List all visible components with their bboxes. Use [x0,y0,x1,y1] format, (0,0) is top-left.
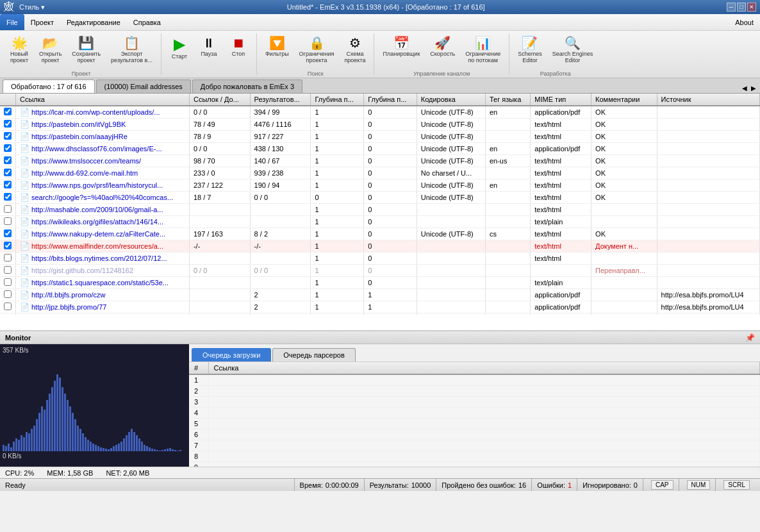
graph-bar [5,446,7,451]
menu-edit[interactable]: Редактирование [60,14,127,30]
row-links: 237 / 122 [189,179,250,192]
graph-canvas [3,355,182,451]
row-url[interactable]: 📄https://static1.squarespace.com/static/… [16,277,190,289]
col-mime[interactable]: MIME тип [531,94,591,106]
row-url[interactable]: 📄http://www.dd-692.com/e-mail.htm [16,167,190,179]
row-checkbox[interactable] [0,143,16,155]
row-url[interactable]: 📄http://tl.bbjfs.promo/czw [16,289,190,301]
menu-file[interactable]: File [0,14,24,30]
menu-help[interactable]: Справка [127,14,167,30]
table-wrapper[interactable]: Ссылка Ссылок / До... Результатов... Глу… [0,94,760,315]
tab-left-arrow[interactable]: ◀ [741,83,748,93]
row-mime: text/plain [531,216,591,228]
app-style-menu[interactable]: Стиль ▾ [19,3,45,12]
tab-right-arrow[interactable]: ▶ [750,83,757,93]
row-checkbox[interactable] [0,216,16,228]
col-comment[interactable]: Комментарии [591,94,657,106]
queue-col-url[interactable]: Ссылка [208,362,760,374]
tab-processed[interactable]: Обработано : 17 of 616 [3,79,95,93]
row-checkbox[interactable] [0,192,16,204]
stop-button[interactable]: ⏹ Стоп [224,33,252,60]
row-depth2: 1 [364,313,417,315]
schemes-editor-button[interactable]: 📝 Schemes Editor [513,33,547,67]
save-project-button[interactable]: 💾 Сохранить проект [67,33,105,67]
col-depth[interactable]: Глубина п... [311,94,364,106]
row-checkbox[interactable] [0,167,16,179]
tab-email[interactable]: (10000) Email addresses [96,79,191,93]
row-url[interactable]: 📄http://www.dhsclassof76.com/images/E-..… [16,143,190,155]
export-button[interactable]: 📋 Экспорт результатов в... [106,33,157,67]
row-url[interactable]: 📄https://pastebin.com/aaayjHRe [16,131,190,143]
queue-tab-parser[interactable]: Очередь парсеров [272,348,356,362]
col-lang[interactable]: Тег языка [485,94,530,106]
col-links[interactable]: Ссылок / До... [189,94,250,106]
row-url[interactable]: 📄search://google?s=%40aol%20%40comcas... [16,192,190,204]
row-checkbox[interactable] [0,313,16,315]
row-url[interactable]: 📄https://www.nps.gov/prsf/learn/historyc… [16,179,190,192]
row-checkbox[interactable] [0,228,16,240]
limits-button[interactable]: 🔒 Ограничения проекта [295,33,339,67]
col-results[interactable]: Результатов... [250,94,311,106]
filters-button[interactable]: 🔽 Фильтры [261,33,293,60]
queue-tab-download[interactable]: Очередь загрузки [192,348,271,362]
row-checkbox[interactable] [0,265,16,277]
row-url[interactable]: 📄https://www.nakupy-detem.cz/aFilterCate… [16,228,190,240]
open-project-button[interactable]: 📂 Открыть проект [35,33,66,67]
row-url[interactable]: 📄http://jpz.bbjfs.promo/77 [16,301,190,313]
row-source [657,277,759,289]
queue-col-num[interactable]: # [189,362,208,374]
row-checkbox[interactable] [0,179,16,192]
row-url[interactable]: 📄https://wikileaks.org/gifiles/attach/14… [16,216,190,228]
row-url[interactable]: 📄https://bits.blogs.nytimes.com/2012/07/… [16,253,190,265]
restore-button[interactable]: □ [737,3,746,12]
row-depth2: 0 [364,167,417,179]
queue-table-wrapper[interactable]: # Ссылка 1 2 3 4 5 6 7 [189,362,760,467]
row-url[interactable]: 📄http://vt.bbjfs.promo/ra5 [16,313,190,315]
scheduler-button[interactable]: 📅 Планировщик [378,33,424,60]
row-url[interactable]: 📄https://lcar-mi.com/wp-content/uploads/… [16,106,190,119]
col-encoding[interactable]: Кодировка [417,94,485,106]
row-checkbox[interactable] [0,106,16,119]
graph-bar [115,445,117,451]
col-depth2[interactable]: Глубина п... [364,94,417,106]
pause-button[interactable]: ⏸ Пауза [195,33,223,60]
row-url[interactable]: 📄https://pastebin.com/itVgL9BK [16,119,190,131]
menubar: File Проект Редактирование Справка About [0,14,760,31]
row-checkbox[interactable] [0,253,16,265]
row-checkbox[interactable] [0,155,16,167]
schema-button[interactable]: ⚙ Схема проекта [340,33,370,67]
row-checkbox[interactable] [0,240,16,253]
start-icon: ▶ [174,37,185,52]
menu-project[interactable]: Проект [24,14,60,30]
row-checkbox[interactable] [0,119,16,131]
row-checkbox[interactable] [0,131,16,143]
row-url[interactable]: 📄https://gist.github.com/11248162 [16,265,190,277]
row-checkbox[interactable] [0,301,16,313]
row-depth: 1 [311,143,364,155]
row-checkbox[interactable] [0,289,16,301]
row-url[interactable]: 📄https://www.emailfinder.com/resources/a… [16,240,190,253]
minimize-button[interactable]: ─ [727,3,736,12]
tab-welcome[interactable]: Добро пожаловать в EmEx 3 [192,79,302,93]
search-engines-editor-button[interactable]: 🔍 Search Engines Editor [548,33,598,67]
row-checkbox[interactable] [0,204,16,216]
row-results: 190 / 94 [250,179,311,192]
monitor-pin-button[interactable]: 📌 [745,333,755,342]
col-checkbox[interactable] [0,94,16,106]
row-url[interactable]: 📄https://www.tmslsoccer.com/teams/ [16,155,190,167]
speed-button[interactable]: 🚀 Скорость [425,33,459,60]
col-url[interactable]: Ссылка [16,94,190,106]
search-engines-editor-label: Search Engines Editor [552,51,593,63]
row-url[interactable]: 📄http://mashable.com/2009/10/06/gmail-a.… [16,204,190,216]
row-depth: 1 [311,301,364,313]
close-button[interactable]: ✕ [747,3,756,12]
start-button[interactable]: ▶ Старт [165,33,194,63]
row-checkbox[interactable] [0,277,16,289]
new-project-button[interactable]: 🌟 Новый проект [5,33,33,67]
stream-limit-button[interactable]: 📊 Ограничение по потокам [461,33,505,67]
table-row: 📄http://tl.bbjfs.promo/czw 2 1 1 applica… [0,289,760,301]
menu-about[interactable]: About [735,19,760,26]
start-label: Старт [172,53,187,60]
filters-icon: 🔽 [269,37,285,49]
col-source[interactable]: Источник [657,94,759,106]
